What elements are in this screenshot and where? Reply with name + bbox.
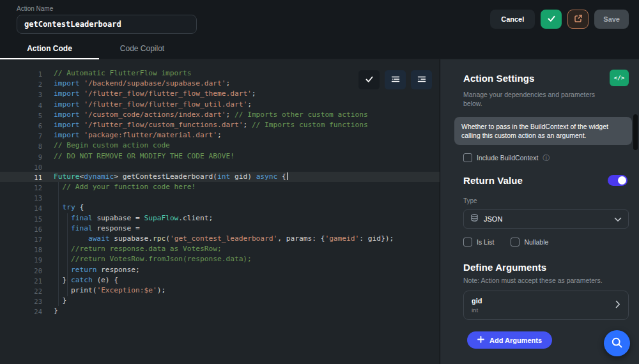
- code-line[interactable]: 24}: [0, 306, 440, 316]
- code-line[interactable]: 5import '/custom_code/actions/index.dart…: [0, 110, 440, 120]
- code-text: import 'package:flutter/material.dart';: [42, 130, 222, 140]
- is-list-label: Is List: [477, 238, 494, 246]
- panel-scrollbar[interactable]: [633, 114, 638, 150]
- code-line[interactable]: 13: [0, 192, 440, 202]
- topbar-actions: Cancel Save: [490, 10, 629, 29]
- info-icon[interactable]: ⓘ: [543, 155, 550, 162]
- chevron-right-icon: [615, 300, 620, 311]
- nullable-checkbox[interactable]: [511, 238, 520, 246]
- check-icon: [365, 75, 374, 86]
- code-line[interactable]: 10: [0, 162, 440, 172]
- code-text: final supabase = SupaFlow.client;: [42, 213, 213, 224]
- argument-type: int: [472, 307, 615, 314]
- line-number: 16: [0, 224, 42, 234]
- confirm-button[interactable]: [541, 10, 562, 29]
- format-indent-icon: [417, 75, 427, 86]
- format-indent-button[interactable]: [411, 70, 432, 89]
- code-line[interactable]: 3import '/flutter_flow/flutter_flow_them…: [0, 89, 440, 99]
- open-external-icon: [574, 14, 583, 25]
- line-number: 3: [0, 89, 42, 99]
- return-value-toggle[interactable]: [608, 175, 627, 186]
- nullable-label: Nullable: [524, 238, 548, 246]
- save-button[interactable]: Save: [594, 10, 629, 29]
- code-view-button[interactable]: </>: [610, 70, 629, 86]
- code-editor[interactable]: 1// Automatic FlutterFlow imports2import…: [0, 59, 440, 364]
- include-buildcontext-checkbox[interactable]: [463, 153, 472, 162]
- code-text: //return response.data as VotesRow;: [42, 244, 222, 254]
- arguments-note: Note: Action must accept these as parame…: [463, 277, 629, 284]
- settings-subtitle: Manage your dependencies and parameters …: [463, 90, 612, 108]
- line-number: 10: [0, 162, 42, 172]
- tab-label: Code Copilot: [120, 44, 164, 53]
- code-text: // Automatic FlutterFlow imports: [42, 68, 192, 79]
- search-fab[interactable]: [604, 330, 630, 356]
- type-dropdown[interactable]: JSON: [463, 209, 629, 229]
- code-line[interactable]: 21 } catch (e) {: [0, 275, 440, 285]
- code-line[interactable]: 18 //return response.data as VotesRow;: [0, 244, 440, 254]
- is-list-row: Is List: [463, 238, 494, 246]
- code-text: // Begin custom action code: [42, 140, 170, 151]
- code-line[interactable]: 7import 'package:flutter/material.dart';: [0, 130, 440, 140]
- code-line[interactable]: 11Future<dynamic> getContestLeaderboard(…: [0, 172, 440, 182]
- line-number: 24: [0, 306, 42, 316]
- include-buildcontext-label: Include BuildContext: [477, 154, 538, 162]
- line-number: 2: [0, 79, 42, 89]
- action-name-label: Action Name: [17, 5, 197, 12]
- validate-code-button[interactable]: [358, 70, 380, 89]
- action-name-input[interactable]: [17, 15, 197, 34]
- format-align-left-icon: [390, 75, 401, 86]
- open-external-button[interactable]: [567, 10, 589, 29]
- database-icon: [470, 213, 479, 225]
- search-icon: [611, 337, 623, 351]
- line-number: 11: [0, 172, 42, 182]
- chevron-down-icon: [614, 213, 622, 225]
- is-list-checkbox[interactable]: [463, 238, 472, 246]
- code-text: //return VotesRow.fromJson(response.data…: [42, 254, 252, 264]
- code-text: return response;: [42, 265, 140, 275]
- add-arguments-button[interactable]: Add Arguments: [467, 331, 552, 349]
- code-line[interactable]: 8// Begin custom action code: [0, 140, 440, 151]
- action-editor-window: Action Name Cancel Save: [0, 0, 639, 364]
- tab-action-code[interactable]: Action Code: [0, 38, 99, 59]
- format-align-left-button[interactable]: [385, 70, 406, 89]
- argument-item[interactable]: gid int: [463, 291, 629, 320]
- check-icon: [547, 14, 556, 25]
- code-text: import '/flutter_flow/custom_functions.d…: [42, 120, 368, 130]
- define-arguments-title: Define Arguments: [463, 262, 629, 273]
- code-text: try {: [42, 202, 84, 213]
- cancel-button[interactable]: Cancel: [490, 10, 535, 29]
- code-line[interactable]: 16 final response =: [0, 224, 440, 234]
- code-line[interactable]: 17 await supabase.rpc('get_contest_leade…: [0, 234, 440, 244]
- code-line[interactable]: 4import '/flutter_flow/flutter_flow_util…: [0, 100, 440, 110]
- editor-toolbar: [358, 70, 432, 89]
- line-number: 7: [0, 130, 42, 140]
- code-line[interactable]: 12 // Add your function code here!: [0, 182, 440, 192]
- line-number: 13: [0, 192, 42, 202]
- buildcontext-tooltip: Whether to pass in the BuildContext of t…: [454, 117, 632, 145]
- action-settings-panel: Action Settings </> Manage your dependen…: [440, 59, 639, 364]
- argument-text: gid int: [472, 297, 615, 314]
- nullable-row: Nullable: [511, 238, 548, 246]
- code-line[interactable]: 9// DO NOT REMOVE OR MODIFY THE CODE ABO…: [0, 151, 440, 162]
- code-text: import '/backend/supabase/supabase.dart'…: [42, 79, 230, 89]
- code-text: import '/flutter_flow/flutter_flow_util.…: [42, 100, 252, 110]
- code-line[interactable]: 15 final supabase = SupaFlow.client;: [0, 213, 440, 224]
- code-line[interactable]: 20 return response;: [0, 265, 440, 275]
- code-line[interactable]: 14 try {: [0, 202, 440, 213]
- code-line[interactable]: 6import '/flutter_flow/custom_functions.…: [0, 120, 440, 130]
- code-line[interactable]: 22 print('Exception:$e');: [0, 285, 440, 296]
- code-line[interactable]: 19 //return VotesRow.fromJson(response.d…: [0, 254, 440, 264]
- toggle-knob: [618, 176, 626, 185]
- code-text: import '/custom_code/actions/index.dart'…: [42, 110, 368, 120]
- text-cursor: [287, 172, 288, 180]
- code-text: [42, 192, 54, 202]
- code-text: print('Exception:$e');: [42, 285, 166, 296]
- code-text: }: [42, 296, 66, 306]
- tab-code-copilot[interactable]: Code Copilot: [99, 38, 185, 59]
- line-number: 14: [0, 202, 42, 213]
- code-text: Future<dynamic> getContestLeaderboard(in…: [42, 172, 288, 182]
- code-text: final response =: [42, 224, 140, 234]
- line-number: 15: [0, 213, 42, 224]
- code-line[interactable]: 23 }: [0, 296, 440, 306]
- line-number: 21: [0, 275, 42, 285]
